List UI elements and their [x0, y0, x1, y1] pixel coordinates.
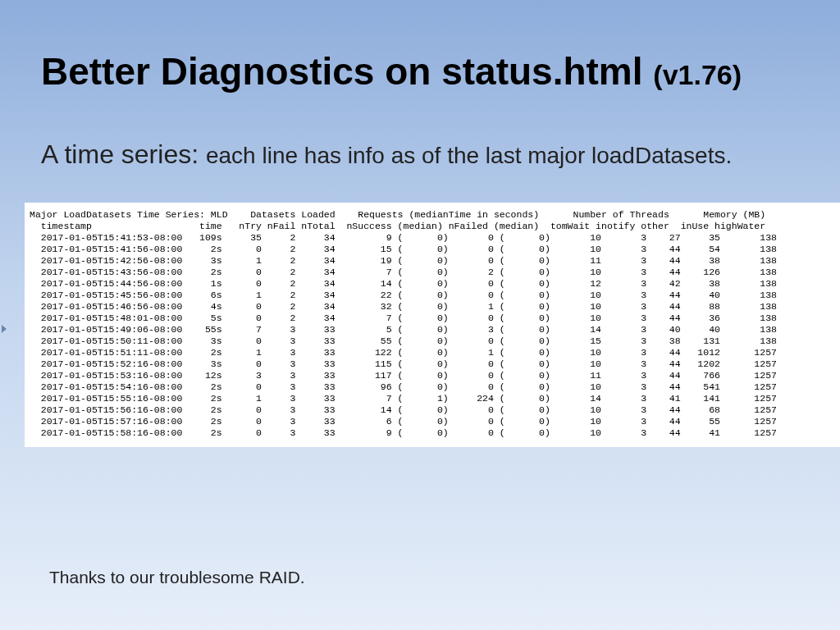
table-row: 2017-01-05T15:55:16-08:00 2s 1 3 33 7 ( … — [30, 393, 840, 404]
title-version: (v1.76) — [653, 59, 742, 90]
footer-note: Thanks to our troublesome RAID. — [49, 568, 305, 587]
caret-icon — [2, 325, 7, 333]
table-row: 2017-01-05T15:54:16-08:00 2s 0 3 33 96 (… — [30, 381, 840, 393]
table-row: 2017-01-05T15:42:56-08:00 3s 1 2 34 19 (… — [30, 255, 840, 267]
table-row: 2017-01-05T15:51:11-08:00 2s 1 3 33 122 … — [30, 347, 840, 358]
subtitle-rest: each line has info as of the last major … — [206, 143, 732, 168]
table-header-line1: Major LoadDatasets Time Series: MLD Data… — [30, 209, 840, 221]
diagnostics-table: Major LoadDatasets Time Series: MLD Data… — [25, 203, 840, 447]
subtitle-lead: A time series: — [41, 139, 206, 169]
table-row: 2017-01-05T15:49:06-08:00 55s 7 3 33 5 (… — [30, 324, 840, 336]
table-row: 2017-01-05T15:52:16-08:00 3s 0 3 33 115 … — [30, 358, 840, 370]
table-row: 2017-01-05T15:44:56-08:00 1s 0 2 34 14 (… — [30, 278, 840, 290]
table-row: 2017-01-05T15:50:11-08:00 3s 0 3 33 55 (… — [30, 336, 840, 347]
table-row: 2017-01-05T15:57:16-08:00 2s 0 3 33 6 ( … — [30, 416, 840, 427]
table-row: 2017-01-05T15:46:56-08:00 4s 0 2 34 32 (… — [30, 301, 840, 313]
slide-subtitle: A time series: each line has info as of … — [41, 139, 799, 170]
slide: Better Diagnostics on status.html (v1.76… — [0, 0, 840, 630]
slide-title: Better Diagnostics on status.html (v1.76… — [41, 49, 799, 94]
table-header-line2: timestamp time nTry nFail nTotal nSucces… — [30, 221, 840, 232]
table-row: 2017-01-05T15:56:16-08:00 2s 0 3 33 14 (… — [30, 404, 840, 416]
table-row: 2017-01-05T15:41:53-08:00 109s 35 2 34 9… — [30, 232, 840, 244]
table-row: 2017-01-05T15:48:01-08:00 5s 0 2 34 7 ( … — [30, 313, 840, 324]
title-main: Better Diagnostics on status.html — [41, 50, 653, 93]
table-row: 2017-01-05T15:43:56-08:00 2s 0 2 34 7 ( … — [30, 267, 840, 278]
table-row: 2017-01-05T15:45:56-08:00 6s 1 2 34 22 (… — [30, 290, 840, 301]
table-row: 2017-01-05T15:53:16-08:00 12s 3 3 33 117… — [30, 370, 840, 381]
table-row: 2017-01-05T15:58:16-08:00 2s 0 3 33 9 ( … — [30, 427, 840, 439]
table-row: 2017-01-05T15:41:56-08:00 2s 0 2 34 15 (… — [30, 244, 840, 255]
